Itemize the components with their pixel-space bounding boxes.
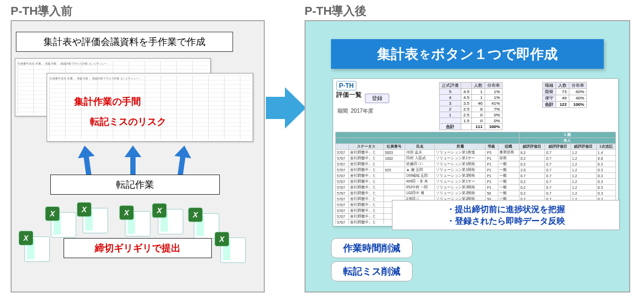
title-before: P-TH導入前	[11, 3, 73, 19]
up-arrow-icon	[126, 145, 140, 177]
title-after: P-TH導入後	[305, 3, 366, 19]
transcribe-label-box: 転記作業	[50, 175, 220, 195]
overlay-line-1: ・提出締切前に進捗状況を把握	[398, 204, 614, 215]
overlay-note: ・提出締切前に進捗状況を把握 ・登録されたら即時データ反映	[392, 200, 620, 230]
banner-text-2: を	[419, 47, 430, 61]
arrow-right-icon	[266, 87, 306, 129]
before-caption-text: 集計表や評価会議資料を手作業で作成	[43, 37, 205, 47]
banner-text-3: ボタン１つで即作成	[431, 45, 558, 63]
excel-icon: X	[120, 206, 133, 220]
deadline-box: 締切ギリギリで提出	[64, 238, 212, 258]
summary-table-right: 職種人数分布率開発7360%保守4940%合計122100%	[542, 82, 587, 108]
excel-icon: X	[19, 231, 33, 245]
banner-text-1: 集計表	[377, 45, 418, 63]
callout-effort: 集計作業の手間	[74, 95, 141, 108]
screen-title: 評価一覧	[336, 91, 362, 98]
excel-icon: X	[189, 208, 202, 222]
summary-table-left: 正式評価人数分布率54.511%44.511%33.54641%22.587%1…	[439, 82, 503, 130]
excel-icon: X	[153, 204, 166, 217]
excel-icon: X	[215, 232, 229, 246]
excel-icon: X	[46, 207, 59, 221]
app-header: P-TH 評価一覧	[336, 81, 362, 99]
after-banner: 集計表 を ボタン１つで即作成	[331, 39, 604, 69]
benefit-pill-1: 作業時間削減	[331, 238, 413, 258]
deadline-text: 締切ギリギリで提出	[95, 243, 181, 253]
benefit-pill-2: 転記ミス削減	[331, 261, 413, 281]
period-label-text: 期間	[337, 108, 348, 114]
overlay-line-2: ・登録されたら即時データ反映	[398, 215, 614, 227]
excel-icon: X	[77, 203, 91, 216]
pth-logo: P-TH	[336, 81, 356, 90]
callout-risk: 転記ミスのリスク	[90, 115, 166, 128]
before-caption-box: 集計表や評価会議資料を手作業で作成	[16, 32, 233, 52]
period-value: 2017年度	[351, 108, 373, 114]
period-label: 期間 2017年度	[337, 107, 373, 115]
register-button[interactable]: 登録	[365, 94, 389, 103]
transcribe-label: 転記作業	[116, 179, 154, 190]
